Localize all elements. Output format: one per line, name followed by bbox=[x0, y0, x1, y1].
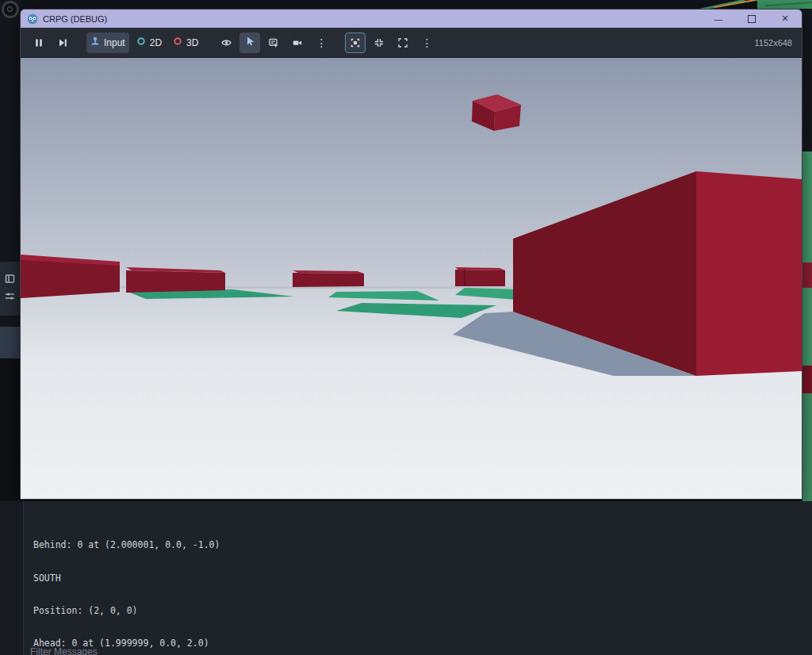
mode-3d-label: 3D bbox=[186, 37, 198, 48]
minimize-button[interactable]: — bbox=[702, 10, 735, 28]
editor-right-strip bbox=[802, 9, 812, 501]
kebab-menu-icon: ⋮ bbox=[421, 37, 432, 48]
mode-3d-button[interactable]: 3D bbox=[169, 33, 202, 53]
mode-2d-button[interactable]: 2D bbox=[132, 33, 166, 53]
red-box-front bbox=[293, 273, 364, 287]
game-window: CRPG (DEBUG) — ✕ Input bbox=[20, 9, 802, 500]
editor-top-strip bbox=[20, 0, 812, 9]
dock-icon[interactable] bbox=[5, 273, 16, 284]
bg-red-box-segment bbox=[802, 366, 812, 393]
log-line: Behind: 0 at (2.000001, 0.0, -1.0) bbox=[33, 540, 390, 551]
input-mode-label: Input bbox=[104, 37, 125, 48]
log-line: SOUTH bbox=[33, 573, 390, 584]
pause-icon bbox=[34, 38, 44, 48]
mode-2d-label: 2D bbox=[150, 37, 162, 48]
output-left-strip bbox=[0, 501, 24, 655]
godot-icon bbox=[27, 13, 38, 25]
bg-grass-segment bbox=[802, 288, 812, 366]
cursor-icon bbox=[245, 36, 255, 48]
next-frame-icon bbox=[58, 38, 67, 48]
node-list-icon bbox=[269, 38, 278, 48]
window-title: CRPG (DEBUG) bbox=[43, 14, 107, 24]
pause-button[interactable] bbox=[29, 33, 49, 53]
game-viewport[interactable] bbox=[21, 58, 802, 499]
output-log[interactable]: Behind: 0 at (2.000001, 0.0, -1.0) SOUTH… bbox=[33, 519, 390, 655]
log-line: Position: (2, 0, 0) bbox=[33, 606, 390, 617]
embed-game-button[interactable] bbox=[345, 33, 366, 53]
maximize-button[interactable] bbox=[735, 10, 768, 28]
filter-sliders-icon[interactable] bbox=[5, 290, 16, 301]
record-icon bbox=[2, 1, 19, 18]
visibility-button[interactable] bbox=[216, 33, 236, 53]
filter-row bbox=[29, 644, 790, 655]
circle-2d-icon bbox=[136, 36, 146, 48]
big-box-side bbox=[696, 171, 802, 376]
resolution-label: 1152x648 bbox=[754, 38, 794, 48]
size-menu-button[interactable]: ⋮ bbox=[416, 33, 437, 53]
window-controls: — ✕ bbox=[702, 10, 802, 28]
eye-icon bbox=[221, 38, 232, 48]
circle-3d-icon bbox=[173, 36, 182, 48]
select-mode-button[interactable] bbox=[239, 33, 260, 53]
select-list-button[interactable] bbox=[263, 33, 284, 53]
titlebar[interactable]: CRPG (DEBUG) — ✕ bbox=[21, 10, 802, 28]
fit-window-button[interactable] bbox=[369, 33, 389, 53]
editor-left-strip bbox=[0, 0, 20, 501]
screen: CRPG (DEBUG) — ✕ Input bbox=[0, 0, 812, 655]
bg-grass-segment bbox=[802, 393, 812, 501]
game-scene bbox=[21, 58, 802, 499]
embed-window-icon bbox=[350, 38, 360, 48]
fullscreen-button[interactable] bbox=[393, 33, 413, 53]
game-menu-button[interactable]: ⋮ bbox=[311, 33, 331, 53]
camera-icon bbox=[293, 38, 302, 48]
red-box-front bbox=[21, 260, 120, 298]
camera-override-button[interactable] bbox=[287, 33, 308, 53]
expand-icon bbox=[398, 38, 408, 48]
output-panel: Behind: 0 at (2.000001, 0.0, -1.0) SOUTH… bbox=[0, 501, 812, 655]
input-mode-button[interactable]: Input bbox=[86, 33, 129, 53]
maximize-icon bbox=[748, 15, 756, 23]
filter-messages-input[interactable] bbox=[29, 645, 270, 655]
editor-side-block bbox=[0, 327, 20, 358]
bg-grass-segment bbox=[802, 151, 812, 262]
kebab-menu-icon: ⋮ bbox=[316, 37, 327, 48]
shrink-icon bbox=[374, 38, 384, 48]
joystick-icon bbox=[90, 36, 100, 48]
next-frame-button[interactable] bbox=[52, 33, 73, 53]
close-button[interactable]: ✕ bbox=[768, 10, 802, 28]
editor-side-panel bbox=[0, 262, 20, 316]
red-box-front bbox=[455, 270, 505, 286]
game-toolbar: Input 2D 3D bbox=[21, 28, 802, 58]
bg-red-box-segment bbox=[802, 262, 812, 288]
red-box-front bbox=[126, 270, 225, 293]
editor-side-dark bbox=[0, 358, 20, 501]
